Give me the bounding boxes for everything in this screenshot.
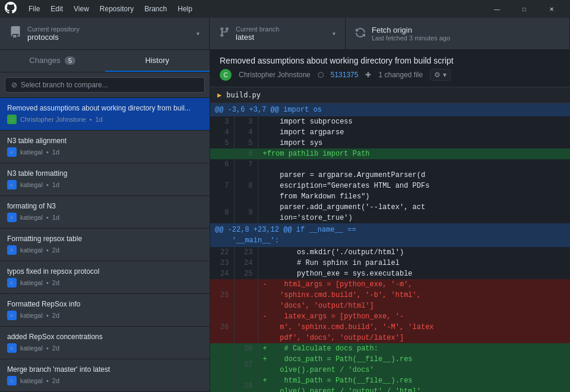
- menu-branch[interactable]: Branch: [140, 4, 172, 14]
- commit-time: 1d: [96, 116, 103, 123]
- changed-files-icon: ✚: [365, 71, 371, 79]
- commit-avatar: K: [7, 278, 17, 287]
- commit-avatar: C: [7, 115, 17, 124]
- commit-author: katiegal: [20, 214, 43, 221]
- diff-filename: build.py: [226, 91, 261, 99]
- tab-history[interactable]: History: [105, 50, 210, 72]
- diff-line-num-right: 24: [234, 258, 258, 268]
- commit-time: 2d: [52, 377, 59, 384]
- commit-item[interactable]: added RepSox concentrationsKkatiegal•2d: [0, 327, 210, 359]
- titlebar: File Edit View Repository Branch Help — …: [0, 0, 570, 18]
- diff-line-num-right: 28: [234, 375, 258, 392]
- diff-line-num-right: 8: [234, 170, 258, 202]
- diff-line-num-left: 4: [210, 127, 234, 138]
- commit-avatar: K: [7, 180, 17, 189]
- diff-line: 44 import argparse: [210, 127, 570, 138]
- commit-author: katiegal: [20, 344, 43, 352]
- menu-file[interactable]: File: [24, 4, 45, 14]
- changes-badge: 5: [65, 56, 75, 65]
- commit-item-title: N3 table formatting: [7, 169, 202, 178]
- commit-item[interactable]: Formatting repsox tableKkatiegal•2d: [0, 229, 210, 261]
- diff-line-num-left: [210, 354, 234, 375]
- repo-icon: [10, 26, 21, 41]
- diff-line-num-left: [210, 343, 234, 354]
- menu-help[interactable]: Help: [173, 4, 197, 14]
- diff-line-num-left: 22: [210, 247, 234, 258]
- commit-item[interactable]: Merge branch 'master' into latestKkatieg…: [0, 359, 210, 392]
- diff-line-content: import subprocess: [258, 116, 570, 127]
- close-button[interactable]: ✕: [538, 0, 565, 18]
- diff-line-num-left: 25: [210, 279, 234, 311]
- commit-time: 1d: [52, 148, 59, 156]
- diff-line-num-left: 6: [210, 159, 234, 170]
- commit-author: katiegal: [20, 377, 43, 384]
- fetch-title: Fetch origin: [372, 26, 450, 34]
- menu-view[interactable]: View: [69, 4, 94, 14]
- diff-line-num-left: 5: [210, 138, 234, 148]
- commit-avatar: K: [7, 245, 17, 255]
- menu-repository[interactable]: Repository: [95, 4, 138, 14]
- commit-item[interactable]: N3 table alignmentKkatiegal•1d: [0, 131, 210, 163]
- diff-line-content: - html_args = [python_exe, '-m', 'sphinx…: [258, 279, 570, 311]
- commit-time: 1d: [52, 214, 59, 221]
- filter-icon: ⊘: [11, 81, 17, 89]
- commit-avatar: K: [7, 311, 17, 320]
- fetch-icon: [355, 27, 366, 40]
- fetch-origin-button[interactable]: Fetch origin Last fetched 3 minutes ago: [346, 18, 570, 49]
- branch-compare-input[interactable]: ⊘ Select branch to compare...: [5, 77, 205, 93]
- commit-avatar: K: [7, 343, 17, 353]
- diff-line-content: python_exe = sys.executable: [258, 268, 570, 279]
- repo-selector[interactable]: Current repository protocols ▾: [0, 18, 210, 49]
- commit-item-title: Formatting repsox table: [7, 235, 202, 243]
- diff-line-content: +from pathlib import Path: [258, 148, 570, 159]
- branch-compare-section: ⊘ Select branch to compare...: [0, 72, 210, 98]
- changed-files-count: 1 changed file: [378, 71, 423, 79]
- tab-changes[interactable]: Changes 5: [0, 50, 105, 72]
- diff-line-content: parser.add_argument('--latex', act ion='…: [258, 202, 570, 223]
- diff-line-content: import argparse: [258, 127, 570, 138]
- commit-avatar: K: [7, 147, 17, 157]
- sidebar-tabs: Changes 5 History: [0, 50, 210, 72]
- commit-time: 2d: [52, 246, 59, 254]
- commit-avatar: K: [7, 213, 17, 222]
- commit-item[interactable]: typos fixed in repsox protocolKkatiegal•…: [0, 261, 210, 294]
- diff-line-num-right: 5: [234, 138, 258, 148]
- diff-line: 2425 python_exe = sys.executable: [210, 268, 570, 279]
- diff-line-num-right: 7: [234, 159, 258, 170]
- menu-edit[interactable]: Edit: [46, 4, 68, 14]
- diff-file-header: ▶ build.py: [210, 87, 570, 103]
- branch-name: latest: [236, 33, 279, 42]
- diff-line-num-right: [234, 279, 258, 311]
- commit-author: Christopher Johnstone: [20, 116, 86, 123]
- diff-line-content: # Run sphinx in parallel: [258, 258, 570, 268]
- diff-line: 28+ html_path = Path(__file__).res olve(…: [210, 375, 570, 392]
- commit-item[interactable]: formating of N3Kkatiegal•1d: [0, 196, 210, 229]
- commit-author-avatar: C: [220, 69, 232, 81]
- diff-options-button[interactable]: ⚙ ▾: [430, 69, 450, 81]
- diff-line: 27+ docs_path = Path(__file__).res olve(…: [210, 354, 570, 375]
- diff-line: @@ -22,8 +23,12 @@ if __name__ == '__mai…: [210, 223, 570, 247]
- branch-arrow: ▾: [332, 30, 335, 37]
- menu-bar: File Edit View Repository Branch Help: [24, 4, 197, 14]
- repo-arrow: ▾: [197, 30, 200, 37]
- branch-selector[interactable]: Current branch latest ▾: [210, 18, 346, 49]
- diff-line-content: os.mkdir('./output/html'): [258, 247, 570, 258]
- diff-line-num-right: 25: [234, 268, 258, 279]
- diff-line: @@ -3,6 +3,7 @@ import os: [210, 103, 570, 116]
- commit-item-title: added RepSox concentrations: [7, 333, 202, 341]
- diff-container: ▶ build.py @@ -3,6 +3,7 @@ import os33 i…: [210, 87, 570, 392]
- commit-author-name: Christopher Johnstone: [239, 71, 311, 79]
- diff-line-content: parser = argparse.ArgumentParser(d escri…: [258, 170, 570, 202]
- diff-line-num-right: 27: [234, 354, 258, 375]
- commit-item-title: Removed assumptions about working direct…: [7, 104, 202, 112]
- commit-author: katiegal: [20, 148, 43, 156]
- diff-line: 26+ # Calculate docs path:: [210, 343, 570, 354]
- commit-item-title: typos fixed in repsox protocol: [7, 267, 202, 276]
- commit-item[interactable]: N3 table formattingKkatiegal•1d: [0, 163, 210, 196]
- commit-item[interactable]: Formatted RepSox infoKkatiegal•2d: [0, 294, 210, 327]
- commit-item[interactable]: Removed assumptions about working direct…: [0, 98, 210, 131]
- commit-item-title: Merge branch 'master' into latest: [7, 365, 202, 374]
- minimize-button[interactable]: —: [483, 0, 511, 18]
- maximize-button[interactable]: □: [511, 0, 538, 18]
- fetch-info: Fetch origin Last fetched 3 minutes ago: [372, 26, 450, 42]
